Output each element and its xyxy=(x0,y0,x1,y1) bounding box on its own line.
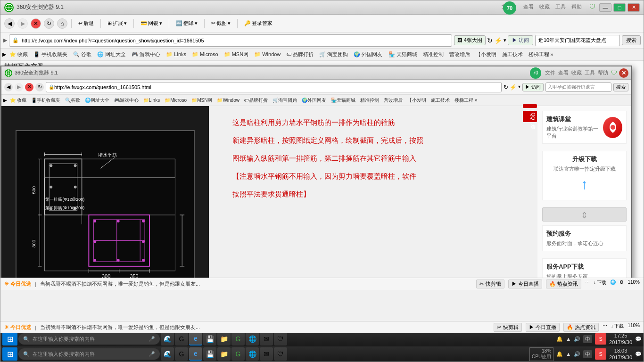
notification-btn-lower[interactable]: 💬 xyxy=(635,351,642,357)
screenshot-btn[interactable]: ✂ 截图 ▾ xyxy=(208,19,233,28)
inner-bm-favorites[interactable]: ⭐ 收藏 xyxy=(8,97,28,104)
lower-taskbar-icon-1[interactable]: 🌊 xyxy=(161,347,174,361)
lower-taskbar-browser-icon[interactable]: e xyxy=(189,347,202,361)
bookmark-favorites[interactable]: ⭐ 收藏 xyxy=(7,50,30,58)
bookmark-urls[interactable]: 🌐 网址大全 xyxy=(95,50,128,58)
inner-menu-tools[interactable]: 工具 xyxy=(585,69,595,76)
inner-bm-microsoft[interactable]: 📁Microso xyxy=(163,97,189,103)
taskbar-icon-1[interactable]: 🌊 xyxy=(161,332,174,346)
quick-clip-btn[interactable]: ✂ 快剪辑 xyxy=(476,280,504,288)
restore-btn[interactable]: ↩ 后退 xyxy=(75,19,97,28)
inner-bm-window[interactable]: 📁Window xyxy=(215,97,241,103)
bookmark-links[interactable]: 📁 Links xyxy=(164,51,189,58)
scroll-bar[interactable]: ⇕ xyxy=(542,207,627,222)
bookmark-google[interactable]: 🔍 谷歌 xyxy=(71,50,94,58)
hotspot-btn[interactable]: 🔥 热点资讯 xyxy=(546,280,581,288)
antivirus-lower[interactable]: S xyxy=(595,348,606,360)
more-icon-lower[interactable]: ⋯ xyxy=(603,323,607,332)
inner-bm-links[interactable]: 📁Links xyxy=(141,97,162,103)
inner-bm-foreign[interactable]: 🌍外国网友 xyxy=(300,97,328,104)
notification-icon[interactable]: 🔔 xyxy=(556,336,563,342)
start-button-lower[interactable]: ⊞ xyxy=(2,347,17,361)
taskbar-icon-4[interactable]: 💾 xyxy=(203,332,216,346)
taskbar-icon-7[interactable]: 🌐 xyxy=(246,332,259,346)
bookmark-brand[interactable]: 🏷 品牌打折 xyxy=(284,50,316,58)
menu-favorites[interactable]: 收藏 xyxy=(539,3,550,12)
inner-stop-btn[interactable]: ✕ xyxy=(25,83,33,91)
zoom-btn[interactable]: 🖼 4张大图 xyxy=(454,35,486,45)
bookmark-mobile[interactable]: 📱 手机收藏夹 xyxy=(31,50,70,58)
close-button[interactable]: ✕ xyxy=(627,3,640,12)
translate-btn[interactable]: 🔤 翻译 ▾ xyxy=(173,19,200,28)
search-button[interactable]: 搜索 xyxy=(622,35,641,45)
bookmark-msn[interactable]: 📁 MSN网 xyxy=(222,50,251,58)
inner-menu-file[interactable]: 文件 xyxy=(545,69,555,76)
inner-address-input[interactable] xyxy=(54,84,499,90)
inner-bm-control[interactable]: 精准控制 xyxy=(358,97,381,104)
taskbar-icon-6[interactable]: G xyxy=(231,332,245,346)
taskbar-search-upper[interactable]: 🔍 在这里输入你要搜索的内容 🎤 xyxy=(18,333,160,345)
inner-back-btn[interactable]: ◀ xyxy=(4,83,13,91)
inner-forward-btn[interactable]: ▶ xyxy=(15,83,23,91)
inner-bm-tmall[interactable]: 🏪天猫商城 xyxy=(329,97,357,104)
lower-taskbar-icon-2[interactable]: G xyxy=(175,347,188,361)
menu-help[interactable]: 帮助 xyxy=(571,3,582,12)
download-btn[interactable]: ↓ 下载 xyxy=(594,280,607,288)
minimize-button[interactable]: — xyxy=(599,3,611,12)
expand-btn[interactable]: ⊞ 扩展 ▾ xyxy=(105,19,130,28)
inner-bm-google[interactable]: 🔍谷歌 xyxy=(63,97,82,104)
bookmark-window[interactable]: 📁 Window xyxy=(252,51,283,58)
bookmark-taobao[interactable]: 🛒 淘宝团购 xyxy=(317,50,350,58)
lang-indicator-lower[interactable]: 中 xyxy=(583,350,592,358)
news-item-lower[interactable]: 当初我哥不喝酒不抽烟不玩网游，唯一爱好是钓鱼，但是他跟女朋友... xyxy=(40,324,200,331)
inner-menu-help[interactable]: 帮助 xyxy=(598,69,608,76)
refresh-button[interactable]: ↻ xyxy=(44,18,54,29)
taskbar-icon-8[interactable]: ✉ xyxy=(260,332,273,346)
dropdown-icon[interactable]: ▾ xyxy=(504,37,506,43)
bookmark-games[interactable]: 🎮 游戏中心 xyxy=(129,50,163,58)
bookmark-tax[interactable]: 营改增后 xyxy=(447,50,472,58)
login-btn[interactable]: 🔑 登录管家 xyxy=(241,19,275,28)
follow-us-btn[interactable]: 关注我们 xyxy=(523,104,537,108)
inner-bm-taobao[interactable]: 🛒淘宝团购 xyxy=(271,97,299,104)
inner-menu-view[interactable]: 查看 xyxy=(558,69,569,76)
inner-search-input[interactable] xyxy=(545,82,611,92)
live-btn-lower[interactable]: ▶ 今日直播 xyxy=(526,323,560,332)
inner-dropdown-icon[interactable]: ▾ xyxy=(518,84,520,90)
antivirus-icon-upper[interactable]: S xyxy=(595,333,606,345)
inner-refresh-btn[interactable]: ↻ xyxy=(35,83,44,91)
bookmark-stairs[interactable]: 楼梯工程 » xyxy=(526,50,556,58)
lower-taskbar-icon-8[interactable]: ✉ xyxy=(260,347,273,361)
bookmark-control[interactable]: 精准控制 xyxy=(421,50,446,58)
bookmark-microsoft[interactable]: 📁 Microso xyxy=(190,51,221,58)
back-button[interactable]: ◀ xyxy=(4,18,15,29)
download-btn-lower[interactable]: ↓ 下载 xyxy=(611,323,624,332)
inner-bm-urls[interactable]: 🌐网址大全 xyxy=(83,97,111,104)
taskbar-search-lower[interactable]: 🔍 在这里输入你要搜索的内容 🎤 xyxy=(18,348,160,360)
taskbar-icon-5[interactable]: 📁 xyxy=(217,332,231,346)
menu-view[interactable]: 查看 xyxy=(523,3,534,12)
inner-bm-mobile[interactable]: 📱手机收藏夹 xyxy=(29,97,62,104)
inner-refresh-icon[interactable]: ↻ xyxy=(504,84,508,90)
address-input[interactable] xyxy=(19,35,449,46)
inner-bm-stairs[interactable]: 楼梯工程 » xyxy=(453,97,479,104)
lower-taskbar-icon-4[interactable]: 💾 xyxy=(203,347,216,361)
lower-taskbar-icon-9[interactable]: 🛡 xyxy=(274,347,287,361)
more-btn[interactable]: ⋯ xyxy=(585,280,590,288)
inner-bm-invent[interactable]: 【小发明 xyxy=(405,97,428,104)
home-button[interactable]: ⌂ xyxy=(57,18,67,29)
maximize-button[interactable]: □ xyxy=(613,3,626,12)
inner-bm-tech[interactable]: 施工技术 xyxy=(429,97,452,104)
refresh-icon[interactable]: ↻ xyxy=(487,37,493,44)
inner-search-btn[interactable]: 搜索 xyxy=(613,83,628,91)
inner-lightning-icon[interactable]: ⚡ xyxy=(510,84,517,90)
bookmark-invent[interactable]: 【小发明 xyxy=(473,50,499,58)
notification-icon-lower[interactable]: 🔔 xyxy=(556,351,563,357)
search-input[interactable] xyxy=(535,35,620,46)
speaker-lower[interactable]: 🔊 xyxy=(574,351,580,357)
inner-bm-arrow[interactable]: ▶ xyxy=(3,98,7,103)
globe-icon[interactable]: 🌐 xyxy=(610,280,616,288)
taskbar-icon-2[interactable]: G xyxy=(175,332,188,346)
bookmarks-arrow[interactable]: ▶ xyxy=(2,51,6,58)
inner-menu-favorites[interactable]: 收藏 xyxy=(571,69,582,76)
